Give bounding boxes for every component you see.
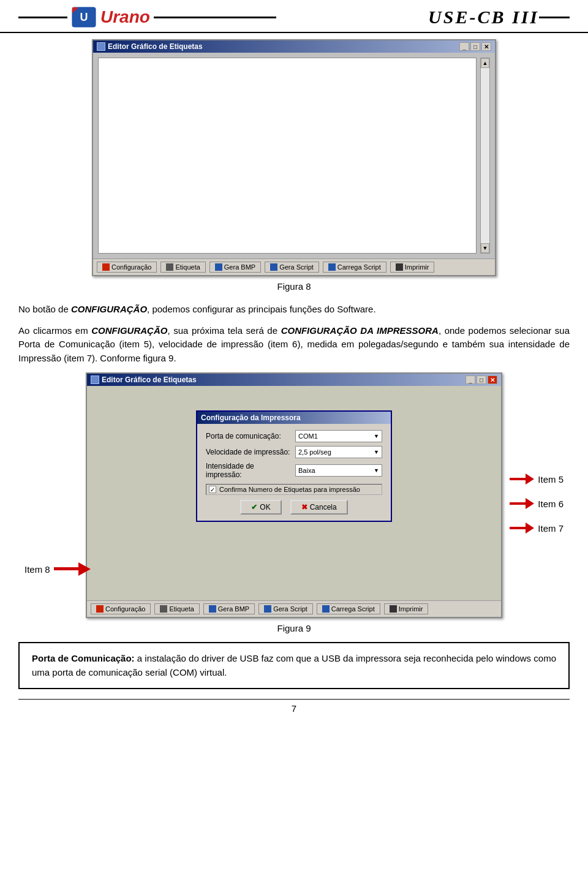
script9-icon	[264, 605, 271, 613]
config-italic-3: CONFIGURAÇÃO DA IMPRESSORA	[281, 325, 439, 336]
figure9-titlebar: Editor Gráfico de Etiquetas _ □ ✕	[87, 374, 501, 386]
body-paragraph-1: No botão de CONFIGURAÇÃO, podemos config…	[18, 303, 570, 317]
combo-port-arrow: ▼	[374, 433, 379, 439]
item8-row: Item 8	[24, 562, 91, 576]
toolbar9-carregascript-button[interactable]: Carrega Script	[317, 603, 380, 614]
ok-button[interactable]: ✔ OK	[240, 500, 281, 515]
item5-row: Item 5	[510, 470, 564, 488]
checkbox-row[interactable]: ✓ Confirma Numero de Etiquetas para impr…	[206, 484, 382, 495]
toolbar9-configuracao-button[interactable]: Configuração	[91, 603, 151, 614]
combo-speed[interactable]: 2,5 pol/seg ▼	[295, 446, 382, 458]
item6-label: Item 6	[538, 499, 564, 509]
win9-controls[interactable]: _ □ ✕	[466, 376, 497, 384]
figure8-container: Editor Gráfico de Etiquetas _ □ ✕ ▲ ▼	[18, 39, 570, 292]
header-line-left	[18, 17, 67, 18]
toolbar-carregascript-button[interactable]: Carrega Script	[323, 262, 386, 273]
body-text-2b: , sua próxima tela será de	[167, 325, 281, 336]
maximize-button[interactable]: □	[470, 42, 480, 51]
toolbar9-gerabmp-button[interactable]: Gera BMP	[203, 603, 255, 614]
item8-arrow	[54, 562, 91, 576]
toolbar-configuracao-button[interactable]: Configuração	[97, 262, 157, 273]
header-title-area: USE-CB III	[428, 7, 570, 28]
logo-text: Urano	[100, 7, 150, 27]
dialog-row-2: Velocidade de impressão: 2,5 pol/seg ▼	[206, 446, 382, 458]
figure9-window-wrap: Editor Gráfico de Etiquetas _ □ ✕ Config…	[24, 372, 564, 633]
figure8-window: Editor Gráfico de Etiquetas _ □ ✕ ▲ ▼	[92, 39, 496, 276]
label-speed: Velocidade de impressão:	[206, 448, 292, 456]
figure9-window: Editor Gráfico de Etiquetas _ □ ✕ Config…	[86, 372, 502, 618]
scroll-down-button[interactable]: ▼	[481, 243, 489, 253]
titlebar-icon	[97, 42, 105, 51]
checkbox-label: Confirma Numero de Etiquetas para impres…	[219, 486, 360, 493]
body-text-2a: Ao clicarmos em	[18, 325, 91, 336]
bmp9-icon	[209, 605, 216, 613]
canvas-area: ▲ ▼	[93, 53, 495, 259]
toolbar-gerascript-button[interactable]: Gera Script	[265, 262, 319, 273]
toolbar-etiqueta-button[interactable]: Etiqueta	[160, 262, 205, 273]
cancel-button[interactable]: ✖ Cancela	[290, 500, 348, 515]
combo-intensity[interactable]: Baixa ▼	[295, 464, 382, 477]
toolbar-imprimir-button[interactable]: Imprimir	[390, 262, 435, 273]
maximize9-button[interactable]: □	[477, 376, 486, 384]
body-text-1a: No botão de	[18, 304, 71, 314]
config-italic-1: CONFIGURAÇÃO	[71, 304, 147, 314]
toolbar9-imprimir-button[interactable]: Imprimir	[384, 603, 429, 614]
print-icon	[396, 263, 403, 271]
item6-arrow	[510, 498, 534, 509]
scrollbar-track	[481, 68, 489, 243]
gear-icon	[102, 263, 110, 271]
scroll-up-button[interactable]: ▲	[481, 58, 489, 68]
figure8-window-title: Editor Gráfico de Etiquetas	[108, 42, 203, 51]
scrollbar[interactable]: ▲ ▼	[480, 58, 490, 254]
toolbar9-etiqueta-button[interactable]: Etiqueta	[154, 603, 199, 614]
main-content: Editor Gráfico de Etiquetas _ □ ✕ ▲ ▼	[0, 39, 588, 726]
minimize-button[interactable]: _	[459, 42, 469, 51]
dialog-row-1: Porta de comunicação: COM1 ▼	[206, 430, 382, 442]
canvas	[98, 58, 477, 254]
config-dialog: Configuração da Impressora Porta de comu…	[196, 410, 392, 522]
close9-button[interactable]: ✕	[488, 376, 497, 384]
dialog-body: Porta de comunicação: COM1 ▼ Velocidade …	[197, 424, 391, 521]
bottom-info-box: Porta de Comunicação: a instalação do dr…	[18, 642, 570, 689]
body-paragraph-2: Ao clicarmos em CONFIGURAÇÃO, sua próxim…	[18, 324, 570, 366]
close-button[interactable]: ✕	[481, 42, 491, 51]
checkbox-confirma[interactable]: ✓	[209, 486, 216, 493]
load9-icon	[322, 605, 330, 613]
label-icon	[166, 263, 173, 271]
win-controls[interactable]: _ □ ✕	[459, 42, 491, 51]
dialog-title: Configuração da Impressora	[201, 413, 301, 422]
figure8-toolbar: Configuração Etiqueta Gera BMP Gera Scri…	[93, 259, 495, 275]
figure9-caption: Figura 9	[277, 623, 311, 633]
page-header: U Urano USE-CB III	[0, 0, 588, 33]
gear9-icon	[96, 605, 104, 613]
label-intensity: Intensidade de impressão:	[206, 462, 292, 479]
toolbar9-gerascript-button[interactable]: Gera Script	[258, 603, 313, 614]
figure8-caption: Figura 8	[277, 281, 311, 292]
label-port: Porta de comunicação:	[206, 432, 292, 440]
items-right-col: Item 5 Item 6 Item 7	[510, 470, 564, 537]
print9-icon	[390, 605, 397, 613]
script-icon	[270, 263, 277, 271]
item5-arrow	[510, 474, 534, 485]
minimize9-button[interactable]: _	[466, 376, 475, 384]
dialog-row-3: Intensidade de impressão: Baixa ▼	[206, 462, 382, 479]
urano-logo-icon: U	[71, 6, 97, 28]
page-number: 7	[18, 699, 570, 714]
cancel-icon: ✖	[301, 503, 307, 511]
figure9-window-title: Editor Gráfico de Etiquetas	[102, 376, 197, 384]
dialog-buttons: ✔ OK ✖ Cancela	[206, 500, 382, 515]
config-italic-2: CONFIGURAÇÃO	[91, 325, 167, 336]
ok-label: OK	[260, 503, 270, 511]
item7-label: Item 7	[538, 523, 564, 534]
combo-port-value: COM1	[298, 432, 318, 440]
label9-icon	[160, 605, 167, 613]
bottom-bold-text: Porta de Comunicação:	[32, 653, 135, 663]
body-text-1b: , podemos configurar as principais funçõ…	[147, 304, 376, 314]
titlebar-left: Editor Gráfico de Etiquetas	[97, 42, 203, 51]
load-icon	[328, 263, 336, 271]
toolbar-gerabmp-button[interactable]: Gera BMP	[209, 262, 261, 273]
figure9-body: Configuração da Impressora Porta de comu…	[87, 386, 501, 600]
figure9-toolbar: Configuração Etiqueta Gera BMP Gera Scri…	[87, 600, 501, 617]
header-line-middle	[154, 17, 276, 18]
combo-port[interactable]: COM1 ▼	[295, 430, 382, 442]
